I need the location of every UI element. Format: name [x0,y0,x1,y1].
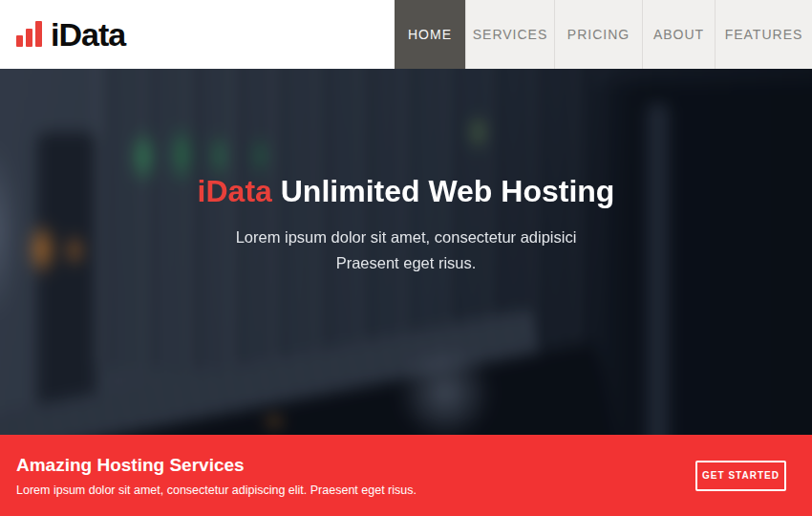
logo[interactable]: iData [0,18,125,51]
hero-content: iData Unlimited Web Hosting Lorem ipsum … [0,69,812,276]
cta-banner-textblock: Amazing Hosting Services Lorem ipsum dol… [16,455,417,497]
hero-title: iData Unlimited Web Hosting [0,174,812,209]
hero-title-rest: Unlimited Web Hosting [272,174,615,208]
header: iData HOME SERVICES PRICING ABOUT FEATUR… [0,0,812,69]
cta-banner-title: Amazing Hosting Services [16,455,417,476]
cta-banner-text: Lorem ipsum dolor sit amet, consectetur … [16,484,417,497]
nav-item-pricing[interactable]: PRICING [554,0,642,69]
get-started-button[interactable]: GET STARTED [695,461,786,491]
nav-item-features[interactable]: FEATURES [715,0,812,69]
hero-subtitle-line2: Praesent eget risus. [0,250,812,276]
nav-item-services[interactable]: SERVICES [465,0,554,69]
hero-section: iData Unlimited Web Hosting Lorem ipsum … [0,69,812,435]
hero-subtitle-line1: Lorem ipsum dolor sit amet, consectetur … [0,225,812,250]
bar-chart-icon [16,21,42,51]
nav-item-about[interactable]: ABOUT [642,0,715,69]
nav-item-home[interactable]: HOME [395,0,465,69]
hero-subtitle: Lorem ipsum dolor sit amet, consectetur … [0,225,812,276]
main-nav: HOME SERVICES PRICING ABOUT FEATURES [395,0,812,69]
cta-banner: Amazing Hosting Services Lorem ipsum dol… [0,435,812,516]
logo-text: iData [51,18,125,51]
hero-title-accent: iData [198,174,272,208]
